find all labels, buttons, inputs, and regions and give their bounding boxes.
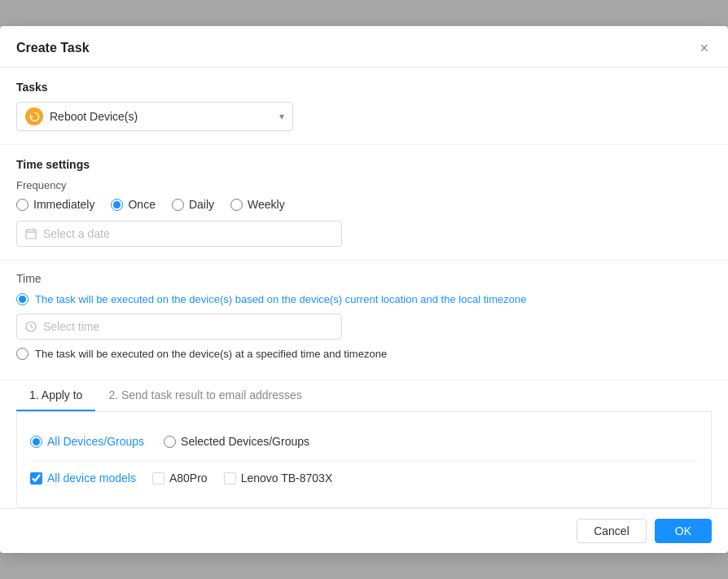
checkbox-all-models[interactable] [30,472,42,485]
model-lenovo-label: Lenovo TB-8703X [241,472,333,485]
frequency-once[interactable]: Once [111,198,155,211]
apply-to-content: All Devices/Groups Selected Devices/Grou… [17,425,711,494]
divider [30,461,698,462]
radio-once-label: Once [128,198,155,211]
time-settings-section: Time settings Frequency Immediately Once [0,145,728,261]
tabs-section: 1. Apply to 2. Send task result to email… [0,380,728,508]
tab-email[interactable]: 2. Send task result to email addresses [95,380,314,411]
radio-immediately-label: Immediately [33,198,94,211]
date-placeholder: Select a date [43,227,110,240]
task-select[interactable]: Reboot Device(s) ▾ [16,102,293,131]
close-button[interactable]: × [696,39,712,57]
frequency-daily[interactable]: Daily [172,198,214,211]
clock-icon [25,321,37,332]
create-task-modal: Create Task × Tasks Reboot Device(s) ▾ [0,26,728,553]
time-placeholder: Select time [43,320,99,333]
devices-radio-row: All Devices/Groups Selected Devices/Grou… [30,435,698,448]
time-settings-label: Time settings [16,158,712,171]
radio-once[interactable] [111,199,123,211]
task-type-icon [25,107,43,125]
modal-title: Create Task [16,41,90,55]
modal-footer: Cancel OK [0,508,728,553]
tasks-label: Tasks [16,81,712,94]
time-input[interactable]: Select time [16,314,342,340]
svg-rect-0 [26,230,36,239]
radio-specified-timezone[interactable] [16,348,29,360]
all-devices-option[interactable]: All Devices/Groups [30,435,144,448]
modal-header: Create Task × [0,26,728,68]
radio-immediately[interactable] [16,199,29,211]
radio-local-timezone[interactable] [16,293,29,305]
modal-overlay: Create Task × Tasks Reboot Device(s) ▾ [0,0,728,579]
modal-body: Tasks Reboot Device(s) ▾ Time settings F… [0,68,728,508]
all-devices-label: All Devices/Groups [47,435,144,448]
task-select-text: Reboot Device(s) [50,110,279,123]
radio-daily-label: Daily [189,198,214,211]
date-input[interactable]: Select a date [16,221,342,247]
frequency-row: Immediately Once Daily Wee [16,198,712,211]
device-models-row: All device models A80Pro Lenovo TB-8703X [30,472,698,485]
cancel-button[interactable]: Cancel [577,519,647,543]
checkbox-lenovo[interactable] [224,472,236,485]
selected-devices-option[interactable]: Selected Devices/Groups [164,435,309,448]
time-option-local[interactable]: The task will be executed on the device(… [16,293,712,305]
checkbox-a80pro[interactable] [152,472,164,485]
all-device-models-option[interactable]: All device models [30,472,136,485]
radio-all-devices[interactable] [30,436,42,448]
radio-weekly-label: Weekly [248,198,285,211]
time-section: Time The task will be executed on the de… [0,261,728,380]
tasks-section: Tasks Reboot Device(s) ▾ [0,68,728,145]
tab-content: All Devices/Groups Selected Devices/Grou… [16,412,712,508]
selected-devices-label: Selected Devices/Groups [181,435,309,448]
tabs-row: 1. Apply to 2. Send task result to email… [16,380,712,412]
time-label: Time [16,272,712,285]
time-option-local-label: The task will be executed on the device(… [35,293,526,305]
frequency-weekly[interactable]: Weekly [230,198,285,211]
ok-button[interactable]: OK [655,519,712,543]
frequency-label: Frequency [16,179,712,191]
tab-apply-to[interactable]: 1. Apply to [16,380,95,411]
model-a80pro-option[interactable]: A80Pro [152,472,208,485]
radio-selected-devices[interactable] [164,436,176,448]
all-models-label: All device models [47,472,136,485]
time-option-specified-label: The task will be executed on the device(… [35,348,387,360]
time-option-specified[interactable]: The task will be executed on the device(… [16,348,712,360]
model-a80pro-label: A80Pro [169,472,208,485]
frequency-immediately[interactable]: Immediately [16,198,94,211]
chevron-down-icon: ▾ [279,111,284,122]
radio-weekly[interactable] [230,199,243,211]
radio-daily[interactable] [172,199,184,211]
model-lenovo-option[interactable]: Lenovo TB-8703X [224,472,333,485]
calendar-icon [25,228,37,239]
